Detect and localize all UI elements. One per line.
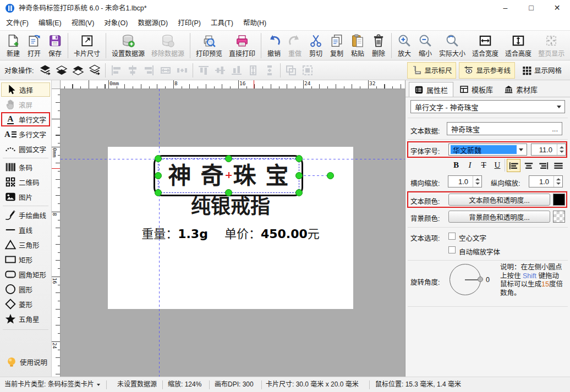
tool-triangle[interactable]: 三角形 — [1, 238, 50, 252]
menu-view[interactable]: 视图(V) — [67, 16, 100, 30]
tool-arc-text[interactable]: 圆弧文字 — [1, 142, 50, 156]
menu-file[interactable]: 文件(F) — [1, 16, 34, 30]
bring-to-front-button[interactable] — [37, 63, 53, 78]
menu-object[interactable]: 对象(O) — [99, 16, 133, 30]
font-family-dropdown[interactable]: 华文新魏 — [448, 143, 527, 156]
tool-multi-text[interactable]: A多行文字 — [1, 127, 50, 141]
h-scale-spinner[interactable]: 1.0 — [448, 175, 482, 187]
resize-handle-ne[interactable] — [295, 155, 303, 162]
resize-handle-n[interactable] — [225, 155, 232, 162]
align-bottom-button[interactable] — [228, 63, 245, 78]
resize-handle-w[interactable] — [155, 172, 162, 179]
font-size-spinner[interactable]: 11.0 — [531, 143, 566, 156]
full-page-button[interactable]: 整页显示 — [535, 32, 568, 59]
tab-materials[interactable]: 素材库 — [499, 82, 542, 97]
text-color-swatch[interactable] — [553, 194, 565, 206]
direct-print-button[interactable]: 直接打印 — [226, 32, 259, 59]
redo-button[interactable]: 重做 — [284, 32, 305, 59]
remove-datasource-button[interactable]: 移除数据源 — [148, 32, 188, 59]
tool-round-rect[interactable]: 圆角矩形 — [1, 267, 50, 281]
tool-rect[interactable]: 矩形 — [1, 252, 50, 267]
align-right-button[interactable] — [141, 63, 157, 78]
tab-templates[interactable]: 模板库 — [454, 82, 498, 97]
tool-scroll[interactable]: 滚屏 — [1, 97, 50, 112]
resize-handle-nw[interactable] — [155, 155, 162, 162]
rotation-handle[interactable] — [327, 172, 334, 179]
strikethrough-button[interactable]: T — [477, 159, 490, 172]
send-to-back-button[interactable] — [53, 63, 70, 78]
label-subtitle-text[interactable]: 纯银戒指 — [108, 197, 353, 217]
show-guides-toggle[interactable]: 显示参考线 — [459, 62, 515, 79]
cut-button[interactable]: 剪切 — [305, 32, 326, 59]
maximize-button[interactable]: □ — [518, 0, 544, 16]
rotation-dial-handle[interactable] — [478, 277, 483, 282]
bg-color-swatch[interactable] — [553, 211, 565, 223]
delete-button[interactable]: 删除 — [368, 32, 389, 59]
show-ruler-toggle[interactable]: 显示标尺 — [407, 62, 456, 79]
align-center-text-button[interactable] — [522, 159, 535, 172]
move-forward-button[interactable] — [70, 63, 86, 78]
bg-color-button[interactable]: 背景颜色和透明度... — [448, 211, 550, 223]
menu-tools[interactable]: 工具(T) — [206, 16, 238, 30]
bold-button[interactable]: B — [450, 159, 463, 172]
resize-handle-e[interactable] — [295, 172, 303, 179]
help-button[interactable]: 使用说明 — [2, 355, 49, 369]
object-selector-dropdown[interactable]: 单行文字 - 神奇珠宝 — [410, 100, 565, 113]
hollow-text-checkbox[interactable] — [448, 233, 456, 240]
new-button[interactable]: 新建 — [3, 32, 24, 59]
tool-star[interactable]: 五角星 — [1, 312, 50, 326]
move-backward-button[interactable] — [86, 63, 103, 78]
tool-line[interactable]: 直线 — [1, 223, 50, 237]
menu-print[interactable]: 打印(P) — [173, 16, 206, 30]
copy-button[interactable]: 复制 — [326, 32, 347, 59]
menu-datasource[interactable]: 数据源(D) — [133, 16, 173, 30]
minimize-button[interactable]: – — [492, 0, 518, 16]
resize-handle-sw[interactable] — [155, 189, 162, 196]
set-datasource-button[interactable]: 设置数据源 — [108, 32, 148, 59]
card-size-button[interactable]: 卡片尺寸 — [70, 32, 103, 59]
underline-button[interactable]: U — [491, 159, 504, 172]
align-left-button[interactable] — [108, 63, 124, 78]
align-right-text-button[interactable] — [536, 159, 550, 172]
menu-help[interactable]: 帮助(H) — [238, 16, 271, 30]
undo-button[interactable]: 撤销 — [264, 32, 284, 59]
align-middle-button[interactable] — [212, 63, 228, 78]
fit-height-button[interactable]: 适合高度 — [502, 32, 535, 59]
distribute-v-button[interactable] — [261, 63, 278, 78]
resize-handle-s[interactable] — [225, 189, 232, 196]
paste-button[interactable]: 粘贴 — [347, 32, 368, 59]
close-button[interactable]: ✕ — [544, 0, 570, 16]
tool-image[interactable]: 图片 — [1, 190, 50, 204]
tool-qrcode[interactable]: 二维码 — [1, 175, 50, 189]
align-justify-text-button[interactable] — [551, 159, 565, 172]
label-detail-text[interactable]: 重量：1.3g单价：450.00元 — [108, 228, 353, 241]
same-size-button[interactable] — [283, 63, 299, 78]
align-top-button[interactable] — [195, 63, 212, 78]
menu-edit[interactable]: 编辑(E) — [34, 16, 67, 30]
design-canvas[interactable]: 神奇珠宝 纯银戒指 重量：1.3g单价：450.00元 — [61, 89, 405, 377]
same-width-button[interactable] — [157, 63, 174, 78]
ellipsis-button[interactable]: ... — [552, 123, 558, 135]
text-color-button[interactable]: 文本颜色和透明度... — [448, 194, 550, 206]
zoom-out-button[interactable]: 缩小 — [415, 32, 436, 59]
vertical-guide-line[interactable] — [159, 89, 160, 377]
resize-handle-se[interactable] — [295, 189, 303, 196]
card-type-status[interactable]: 当前卡片类型: 条码标签类卡片 — [4, 377, 100, 392]
fit-width-button[interactable]: 适合宽度 — [469, 32, 502, 59]
text-data-input[interactable]: 神奇珠宝 ... — [447, 122, 562, 135]
distribute-h-button[interactable] — [174, 63, 190, 78]
spinner-buttons[interactable] — [557, 144, 566, 155]
align-center-button[interactable] — [124, 63, 141, 78]
print-preview-button[interactable]: 打印预览 — [193, 32, 226, 59]
tool-single-text[interactable]: A单行文字 — [1, 112, 50, 126]
v-scale-spinner[interactable]: 1.0 — [529, 175, 563, 187]
select-all-button[interactable] — [299, 63, 316, 78]
autofit-checkbox[interactable] — [448, 246, 456, 253]
same-height-button[interactable] — [245, 63, 261, 78]
open-button[interactable]: 打开 — [24, 32, 45, 59]
tool-select[interactable]: 选择 — [1, 82, 50, 97]
tool-barcode[interactable]: 条码 — [1, 160, 50, 174]
tool-diamond[interactable]: 菱形 — [1, 297, 50, 311]
show-grid-toggle[interactable]: 显示网格 — [518, 62, 566, 79]
tool-pen[interactable]: 手绘曲线 — [1, 208, 50, 222]
